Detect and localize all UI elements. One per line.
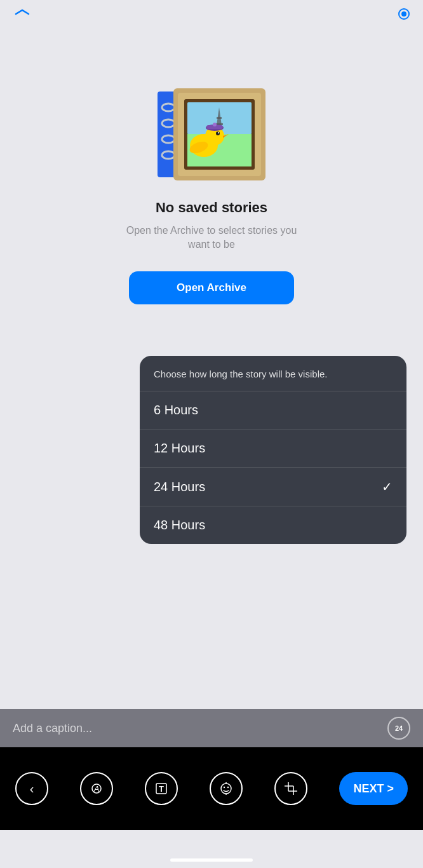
- svg-point-30: [224, 787, 225, 788]
- open-archive-button[interactable]: Open Archive: [129, 271, 294, 304]
- caption-bar[interactable]: Add a caption... 24: [0, 709, 423, 747]
- home-indicator: [170, 858, 253, 862]
- next-button[interactable]: NEXT >: [339, 772, 408, 805]
- duration-option-24hours[interactable]: 24 Hours ✓: [140, 468, 406, 506]
- status-bar: [0, 0, 423, 28]
- sticker-tool-button[interactable]: [210, 772, 243, 805]
- next-button-label: NEXT >: [353, 782, 394, 796]
- duration-label-48hours: 48 Hours: [154, 518, 205, 532]
- svg-text:A: A: [93, 784, 100, 794]
- svg-point-1: [401, 11, 406, 17]
- main-content: No saved stories Open the Archive to sel…: [0, 28, 423, 317]
- crop-tool-button[interactable]: [274, 772, 307, 805]
- svg-point-19: [216, 132, 220, 135]
- status-bar-right: [359, 8, 410, 20]
- svg-point-23: [213, 123, 217, 126]
- book-illustration: [151, 79, 272, 187]
- dropdown-header-text: Choose how long the story will be visibl…: [154, 369, 327, 379]
- text-tool-button[interactable]: T: [145, 772, 178, 805]
- dropdown-header: Choose how long the story will be visibl…: [140, 356, 406, 391]
- svg-point-29: [221, 783, 231, 794]
- pen-tool-button[interactable]: A: [80, 772, 113, 805]
- checkmark-icon: ✓: [382, 479, 393, 494]
- duration-option-6hours[interactable]: 6 Hours: [140, 391, 406, 430]
- duration-dropdown: Choose how long the story will be visibl…: [140, 356, 406, 544]
- status-bar-left: [13, 8, 64, 20]
- duration-option-12hours[interactable]: 12 Hours: [140, 430, 406, 468]
- subtitle-text: Open the Archive to select stories you w…: [101, 224, 323, 252]
- bottom-toolbar: ‹ A T NEXT >: [0, 747, 423, 830]
- no-saved-stories-title: No saved stories: [156, 200, 267, 216]
- caption-placeholder[interactable]: Add a caption...: [13, 722, 92, 735]
- svg-rect-13: [217, 117, 222, 119]
- duration-label-12hours: 12 Hours: [154, 441, 205, 456]
- duration-label-6hours: 6 Hours: [154, 403, 198, 417]
- svg-point-31: [227, 787, 229, 788]
- svg-point-20: [218, 132, 219, 133]
- caption-timer: 24: [387, 717, 410, 740]
- back-button[interactable]: ‹: [15, 772, 48, 805]
- svg-text:T: T: [159, 784, 164, 794]
- duration-option-48hours[interactable]: 48 Hours: [140, 506, 406, 544]
- duration-label-24hours: 24 Hours: [154, 480, 205, 494]
